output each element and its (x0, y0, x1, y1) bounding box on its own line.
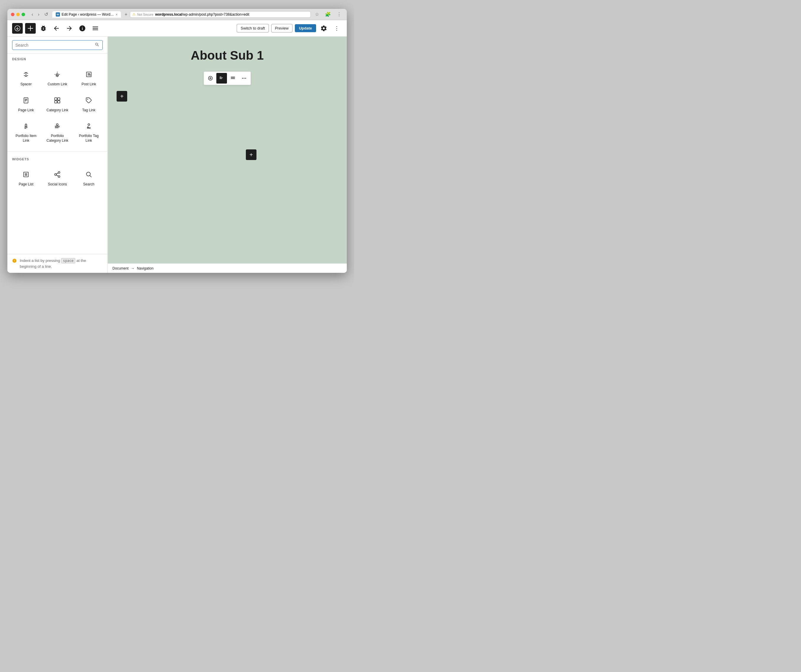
wp-logo (12, 23, 23, 34)
custom-link-label: Custom Link (48, 82, 67, 87)
browser-menu-button[interactable]: ⋮ (335, 11, 343, 18)
forward-button[interactable]: › (36, 11, 41, 18)
block-item-page-list[interactable]: Page List (11, 166, 41, 190)
add-block-toolbar-button[interactable] (25, 23, 36, 34)
new-tab-button[interactable]: + (125, 12, 127, 17)
search-input[interactable] (15, 43, 92, 48)
list-view-button[interactable] (90, 23, 101, 34)
post-link-label: Post Link (82, 82, 96, 87)
tab-title: Edit Page ‹ wordpress — Word… (62, 12, 114, 16)
bookmark-button[interactable]: ☆ (313, 11, 321, 18)
hint-text-before: Indent a list by pressing (20, 258, 60, 263)
portfolio-item-link-icon (21, 121, 31, 131)
block-item-portfolio-tag-link[interactable]: Portfolio Tag Link (74, 117, 104, 147)
redo-button[interactable] (64, 23, 75, 34)
nav-block-toolbar (204, 71, 251, 85)
close-traffic-light[interactable] (11, 13, 14, 16)
search-box (12, 40, 103, 50)
svg-rect-43 (220, 79, 222, 79)
hint-text: Indent a list by pressing space at the b… (20, 258, 103, 269)
tab-favicon: W (56, 12, 60, 16)
maximize-traffic-light[interactable] (21, 13, 25, 16)
svg-rect-14 (58, 101, 60, 103)
traffic-lights (11, 13, 25, 16)
switch-to-draft-button[interactable]: Switch to draft (237, 24, 269, 32)
tab-close-button[interactable]: × (116, 13, 117, 16)
svg-rect-44 (231, 77, 235, 77)
svg-point-25 (88, 124, 90, 126)
search-container (7, 37, 108, 54)
breadcrumb-document[interactable]: Document (113, 266, 129, 271)
block-item-post-link[interactable]: Post Link (74, 66, 104, 90)
svg-point-32 (55, 174, 56, 176)
back-button[interactable]: ‹ (30, 11, 35, 18)
nav-toolbar-more-button[interactable] (239, 73, 249, 84)
block-item-custom-link[interactable]: Custom Link (42, 66, 72, 90)
address-bar[interactable]: ⚠ Not Secure wordpress.local/wp-admin/po… (130, 11, 311, 18)
svg-line-37 (90, 176, 92, 177)
hint-section: Indent a list by pressing space at the b… (7, 254, 108, 273)
settings-button[interactable] (318, 23, 329, 34)
more-options-button[interactable]: ⋮ (331, 23, 342, 34)
block-item-portfolio-category-link[interactable]: Portfolio Category Link (42, 117, 72, 147)
page-list-label: Page List (19, 182, 33, 187)
page-title[interactable]: About Sub 1 (191, 48, 264, 63)
svg-line-35 (56, 173, 58, 174)
svg-rect-13 (55, 101, 57, 103)
post-link-icon (84, 69, 94, 80)
nav-toolbar-circle-button[interactable] (205, 73, 216, 84)
design-blocks-grid: Spacer Custom Link (7, 63, 108, 149)
portfolio-item-link-label: Portfolio Item Link (13, 134, 39, 143)
wp-editor: Switch to draft Preview Update ⋮ (7, 20, 347, 273)
block-item-portfolio-item-link[interactable]: Portfolio Item Link (11, 117, 41, 147)
social-icons-icon (52, 169, 63, 180)
breadcrumb-arrow: → (131, 266, 135, 271)
svg-rect-7 (24, 98, 28, 103)
block-item-social-icons[interactable]: Social Icons (42, 166, 72, 190)
portfolio-category-link-icon (52, 121, 63, 131)
nav-toolbar-align-center-button[interactable] (228, 73, 238, 84)
block-item-page-link[interactable]: Page Link (11, 92, 41, 116)
svg-rect-45 (231, 77, 235, 78)
minimize-traffic-light[interactable] (16, 13, 20, 16)
extensions-button[interactable]: 🧩 (323, 11, 333, 18)
svg-point-33 (58, 176, 60, 177)
svg-point-21 (56, 124, 58, 126)
social-icons-label: Social Icons (48, 182, 67, 187)
svg-line-34 (56, 175, 58, 176)
block-item-category-link[interactable]: Category Link (42, 92, 72, 116)
add-block-button-center[interactable]: + (246, 150, 256, 160)
tag-link-label: Tag Link (82, 108, 95, 113)
block-item-spacer[interactable]: Spacer (11, 66, 41, 90)
preview-button[interactable]: Preview (271, 24, 293, 32)
svg-point-49 (245, 78, 246, 79)
url-domain: wordpress.local (155, 12, 182, 16)
svg-point-15 (87, 98, 88, 100)
widgets-section-label: WIDGETS (7, 154, 108, 163)
category-link-label: Category Link (46, 108, 68, 113)
search-icon (95, 42, 100, 48)
block-item-tag-link[interactable]: Tag Link (74, 92, 104, 116)
add-block-button-inline[interactable]: + (117, 91, 127, 102)
breadcrumb-navigation[interactable]: Navigation (137, 266, 154, 271)
category-link-icon (52, 95, 63, 106)
undo-button[interactable] (51, 23, 62, 34)
tools-button[interactable] (38, 23, 49, 34)
nav-toolbar-align-left-button[interactable] (216, 73, 227, 84)
browser-tab[interactable]: W Edit Page ‹ wordpress — Word… × (52, 11, 121, 18)
svg-rect-11 (55, 98, 57, 100)
browser-titlebar: ‹ › ↺ W Edit Page ‹ wordpress — Word… × … (7, 9, 347, 20)
page-link-label: Page Link (18, 108, 34, 113)
svg-point-36 (87, 172, 90, 176)
info-button[interactable] (77, 23, 88, 34)
not-secure-label: Not Secure (137, 13, 153, 16)
update-button[interactable]: Update (295, 24, 316, 32)
block-item-search[interactable]: Search (74, 166, 104, 190)
svg-point-48 (244, 78, 244, 79)
reload-button[interactable]: ↺ (42, 11, 50, 18)
svg-point-47 (242, 78, 243, 79)
hint-icon (12, 258, 17, 264)
browser-nav-buttons: ‹ › ↺ (30, 11, 50, 18)
security-icon: ⚠ (132, 12, 135, 16)
wp-topbar: Switch to draft Preview Update ⋮ (7, 20, 347, 37)
